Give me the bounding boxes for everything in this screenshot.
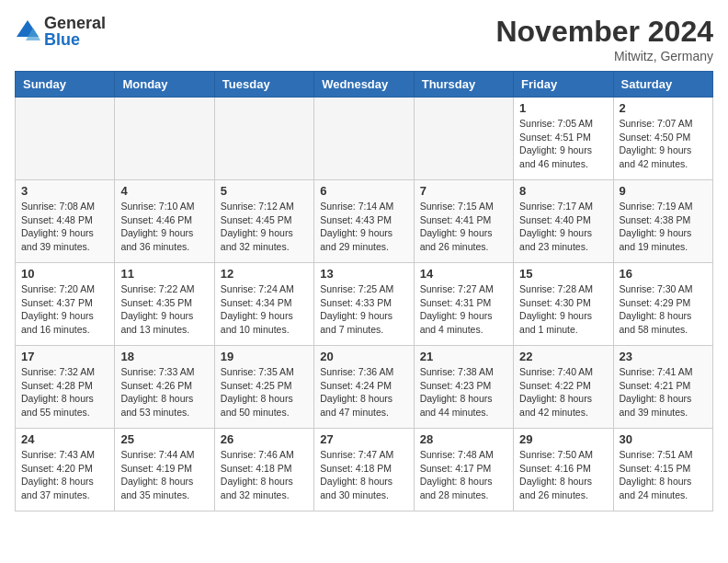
day-info: Sunrise: 7:08 AM Sunset: 4:48 PM Dayligh…	[21, 200, 108, 254]
day-info: Sunrise: 7:51 AM Sunset: 4:15 PM Dayligh…	[620, 448, 707, 502]
day-info: Sunrise: 7:44 AM Sunset: 4:19 PM Dayligh…	[120, 448, 208, 502]
day-number: 16	[620, 267, 707, 281]
calendar-cell: 9Sunrise: 7:19 AM Sunset: 4:38 PM Daylig…	[613, 180, 712, 263]
calendar-cell: 10Sunrise: 7:20 AM Sunset: 4:37 PM Dayli…	[16, 263, 115, 346]
logo: General Blue	[15, 15, 106, 48]
day-number: 24	[21, 432, 108, 446]
day-number: 8	[519, 184, 607, 198]
day-number: 12	[221, 267, 308, 281]
day-info: Sunrise: 7:22 AM Sunset: 4:35 PM Dayligh…	[120, 282, 208, 337]
calendar-cell: 8Sunrise: 7:17 AM Sunset: 4:40 PM Daylig…	[514, 180, 613, 263]
calendar-cell: 16Sunrise: 7:30 AM Sunset: 4:29 PM Dayli…	[613, 263, 712, 346]
day-info: Sunrise: 7:48 AM Sunset: 4:17 PM Dayligh…	[420, 448, 507, 502]
day-info: Sunrise: 7:10 AM Sunset: 4:46 PM Dayligh…	[120, 200, 208, 254]
calendar-cell	[214, 98, 313, 180]
day-number: 5	[221, 184, 308, 198]
day-info: Sunrise: 7:50 AM Sunset: 4:16 PM Dayligh…	[519, 448, 607, 502]
day-number: 1	[519, 101, 607, 115]
day-info: Sunrise: 7:35 AM Sunset: 4:25 PM Dayligh…	[221, 365, 308, 419]
day-number: 28	[420, 432, 507, 446]
day-info: Sunrise: 7:19 AM Sunset: 4:38 PM Dayligh…	[620, 200, 707, 254]
calendar-cell: 21Sunrise: 7:38 AM Sunset: 4:23 PM Dayli…	[414, 346, 513, 429]
calendar-header-tuesday: Tuesday	[214, 72, 313, 98]
calendar-week-2: 3Sunrise: 7:08 AM Sunset: 4:48 PM Daylig…	[16, 180, 713, 263]
calendar-week-5: 24Sunrise: 7:43 AM Sunset: 4:20 PM Dayli…	[16, 429, 713, 511]
day-info: Sunrise: 7:05 AM Sunset: 4:51 PM Dayligh…	[519, 117, 607, 171]
calendar-cell: 24Sunrise: 7:43 AM Sunset: 4:20 PM Dayli…	[16, 429, 115, 511]
day-info: Sunrise: 7:12 AM Sunset: 4:45 PM Dayligh…	[221, 200, 308, 254]
calendar-cell: 12Sunrise: 7:24 AM Sunset: 4:34 PM Dayli…	[214, 263, 313, 346]
calendar-cell: 23Sunrise: 7:41 AM Sunset: 4:21 PM Dayli…	[613, 346, 712, 429]
calendar-cell: 28Sunrise: 7:48 AM Sunset: 4:17 PM Dayli…	[414, 429, 513, 511]
day-info: Sunrise: 7:46 AM Sunset: 4:18 PM Dayligh…	[221, 448, 308, 502]
calendar-cell: 6Sunrise: 7:14 AM Sunset: 4:43 PM Daylig…	[314, 180, 414, 263]
calendar-cell: 18Sunrise: 7:33 AM Sunset: 4:26 PM Dayli…	[115, 346, 214, 429]
calendar-week-1: 1Sunrise: 7:05 AM Sunset: 4:51 PM Daylig…	[16, 98, 713, 180]
day-number: 25	[120, 432, 208, 446]
day-number: 19	[221, 350, 308, 363]
day-number: 15	[519, 267, 607, 281]
day-number: 27	[320, 432, 407, 446]
calendar-cell: 1Sunrise: 7:05 AM Sunset: 4:51 PM Daylig…	[514, 98, 613, 180]
calendar-cell: 27Sunrise: 7:47 AM Sunset: 4:18 PM Dayli…	[314, 429, 414, 511]
logo-blue-text: Blue	[44, 31, 106, 48]
day-info: Sunrise: 7:07 AM Sunset: 4:50 PM Dayligh…	[620, 117, 707, 171]
calendar-header-row: SundayMondayTuesdayWednesdayThursdayFrid…	[16, 72, 713, 98]
day-number: 23	[620, 350, 707, 363]
title-area: November 2024 Mitwitz, Germany	[495, 15, 713, 63]
calendar-week-3: 10Sunrise: 7:20 AM Sunset: 4:37 PM Dayli…	[16, 263, 713, 346]
calendar-cell: 19Sunrise: 7:35 AM Sunset: 4:25 PM Dayli…	[214, 346, 313, 429]
calendar-cell: 2Sunrise: 7:07 AM Sunset: 4:50 PM Daylig…	[613, 98, 712, 180]
calendar-header-saturday: Saturday	[613, 72, 712, 98]
day-info: Sunrise: 7:47 AM Sunset: 4:18 PM Dayligh…	[320, 448, 407, 502]
calendar-cell: 22Sunrise: 7:40 AM Sunset: 4:22 PM Dayli…	[514, 346, 613, 429]
calendar-cell: 14Sunrise: 7:27 AM Sunset: 4:31 PM Dayli…	[414, 263, 513, 346]
calendar-header-friday: Friday	[514, 72, 613, 98]
day-number: 4	[120, 184, 208, 198]
day-info: Sunrise: 7:32 AM Sunset: 4:28 PM Dayligh…	[21, 365, 108, 419]
day-number: 3	[21, 184, 108, 198]
day-number: 17	[21, 350, 108, 363]
day-info: Sunrise: 7:28 AM Sunset: 4:30 PM Dayligh…	[519, 282, 607, 337]
calendar-cell: 20Sunrise: 7:36 AM Sunset: 4:24 PM Dayli…	[314, 346, 414, 429]
calendar-cell: 15Sunrise: 7:28 AM Sunset: 4:30 PM Dayli…	[514, 263, 613, 346]
calendar: SundayMondayTuesdayWednesdayThursdayFrid…	[15, 71, 713, 511]
day-number: 9	[620, 184, 707, 198]
day-number: 30	[620, 432, 707, 446]
logo-general-text: General	[44, 15, 106, 31]
day-info: Sunrise: 7:33 AM Sunset: 4:26 PM Dayligh…	[120, 365, 208, 419]
day-number: 7	[420, 184, 507, 198]
day-info: Sunrise: 7:14 AM Sunset: 4:43 PM Dayligh…	[320, 200, 407, 254]
calendar-cell: 25Sunrise: 7:44 AM Sunset: 4:19 PM Dayli…	[115, 429, 214, 511]
day-info: Sunrise: 7:41 AM Sunset: 4:21 PM Dayligh…	[620, 365, 707, 419]
day-info: Sunrise: 7:24 AM Sunset: 4:34 PM Dayligh…	[221, 282, 308, 337]
calendar-cell	[414, 98, 513, 180]
calendar-cell: 3Sunrise: 7:08 AM Sunset: 4:48 PM Daylig…	[16, 180, 115, 263]
calendar-cell: 30Sunrise: 7:51 AM Sunset: 4:15 PM Dayli…	[613, 429, 712, 511]
calendar-header-sunday: Sunday	[16, 72, 115, 98]
day-number: 11	[120, 267, 208, 281]
day-info: Sunrise: 7:43 AM Sunset: 4:20 PM Dayligh…	[21, 448, 108, 502]
location: Mitwitz, Germany	[495, 49, 713, 63]
day-info: Sunrise: 7:25 AM Sunset: 4:33 PM Dayligh…	[320, 282, 407, 337]
calendar-header-thursday: Thursday	[414, 72, 513, 98]
day-info: Sunrise: 7:27 AM Sunset: 4:31 PM Dayligh…	[420, 282, 507, 337]
logo-text: General Blue	[44, 15, 106, 48]
day-number: 13	[320, 267, 407, 281]
calendar-week-4: 17Sunrise: 7:32 AM Sunset: 4:28 PM Dayli…	[16, 346, 713, 429]
day-number: 21	[420, 350, 507, 363]
day-info: Sunrise: 7:40 AM Sunset: 4:22 PM Dayligh…	[519, 365, 607, 419]
calendar-cell: 11Sunrise: 7:22 AM Sunset: 4:35 PM Dayli…	[115, 263, 214, 346]
calendar-cell: 13Sunrise: 7:25 AM Sunset: 4:33 PM Dayli…	[314, 263, 414, 346]
header: General Blue November 2024 Mitwitz, Germ…	[15, 15, 713, 63]
day-number: 2	[620, 101, 707, 115]
calendar-cell: 5Sunrise: 7:12 AM Sunset: 4:45 PM Daylig…	[214, 180, 313, 263]
calendar-header-wednesday: Wednesday	[314, 72, 414, 98]
day-number: 26	[221, 432, 308, 446]
calendar-cell: 26Sunrise: 7:46 AM Sunset: 4:18 PM Dayli…	[214, 429, 313, 511]
calendar-cell	[16, 98, 115, 180]
day-number: 6	[320, 184, 407, 198]
day-number: 18	[120, 350, 208, 363]
calendar-cell	[115, 98, 214, 180]
calendar-cell: 4Sunrise: 7:10 AM Sunset: 4:46 PM Daylig…	[115, 180, 214, 263]
